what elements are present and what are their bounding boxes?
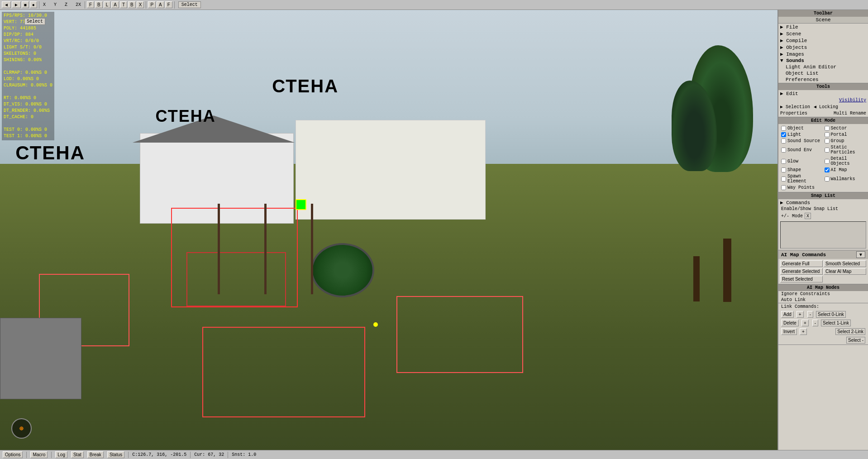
- viewport[interactable]: СТЕНА СТЕНА СТЕНА: [0, 10, 777, 450]
- tools-title: Tools: [778, 83, 868, 90]
- cb-sound-env-input[interactable]: [781, 148, 786, 153]
- cb-object-input[interactable]: [781, 126, 786, 131]
- btn-reset-selected[interactable]: Reset Selected: [780, 276, 823, 282]
- cb-static-particles[interactable]: Static Particles: [824, 144, 867, 155]
- cb-detail-objects[interactable]: Detail Objects: [824, 156, 867, 167]
- status-macro-btn[interactable]: Macro: [30, 451, 48, 458]
- menu-preferences[interactable]: Preferences: [778, 76, 868, 83]
- cb-static-particles-input[interactable]: [825, 148, 830, 153]
- link-commands-label-row: Link Commands:: [778, 303, 868, 310]
- cb-sector-label: Sector: [831, 126, 847, 131]
- cb-shape-input[interactable]: [781, 167, 786, 172]
- status-break-btn[interactable]: Break: [87, 451, 104, 458]
- toolbar-btn-x[interactable]: X: [137, 1, 144, 8]
- cb-spawn-element-input[interactable]: [781, 177, 786, 182]
- btn-minus-add[interactable]: -: [807, 311, 813, 318]
- cb-portal-input[interactable]: [825, 132, 830, 137]
- mode-x-btn[interactable]: X: [805, 213, 811, 219]
- selection-label[interactable]: ▶ Selection: [780, 104, 810, 110]
- ai-map-dropdown-btn[interactable]: ▼: [856, 251, 865, 258]
- cmd-ignore-constraints[interactable]: Ignore Constraints: [778, 291, 868, 297]
- btn-plus-delete[interactable]: +: [801, 320, 809, 326]
- toolbar-btn-a2[interactable]: A: [157, 1, 164, 8]
- menu-sounds[interactable]: ▼ Sounds: [778, 57, 868, 64]
- btn-smooth-selected[interactable]: Smooth Selected: [824, 260, 866, 267]
- menu-scene[interactable]: ▶ Scene: [778, 30, 868, 37]
- menu-file[interactable]: ▶ File: [778, 24, 868, 30]
- btn-generate-selected[interactable]: Generate Selected: [780, 268, 823, 275]
- cb-group-input[interactable]: [825, 139, 830, 143]
- cb-glow[interactable]: Glow: [780, 156, 823, 167]
- btn-plus-add[interactable]: +: [796, 311, 804, 318]
- cb-light-input[interactable]: [781, 132, 786, 137]
- menu-commands[interactable]: ▶ Commands: [778, 199, 868, 206]
- btn-generate-full[interactable]: Generate Full: [780, 260, 823, 267]
- status-stat-btn[interactable]: Stat: [71, 451, 84, 458]
- toolbar-btn-b2[interactable]: B: [128, 1, 136, 8]
- toolbar-btn-a[interactable]: A: [111, 1, 119, 8]
- cb-spawn-element[interactable]: Spawn Element: [780, 173, 823, 184]
- toolbar-btn-f[interactable]: F: [87, 1, 94, 8]
- cb-sound-env-label: Sound Env: [787, 148, 812, 153]
- toolbar-btn-record[interactable]: ●: [30, 1, 37, 8]
- toolbar-btn-arrow-left[interactable]: ◄: [2, 1, 11, 8]
- cb-portal[interactable]: Portal: [824, 132, 867, 138]
- cb-sound-source[interactable]: Sound Source: [780, 138, 823, 144]
- cb-group[interactable]: Group: [824, 138, 867, 144]
- btn-plus-invert[interactable]: +: [800, 328, 807, 335]
- cb-glow-input[interactable]: [781, 159, 786, 164]
- status-status-btn[interactable]: Status: [107, 451, 124, 458]
- cb-wallmarks[interactable]: Wallmarks: [824, 173, 867, 184]
- cb-sound-env[interactable]: Sound Env: [780, 144, 823, 155]
- toolbar-btn-t[interactable]: T: [120, 1, 127, 8]
- toolbar-btn-stop[interactable]: ■: [22, 1, 29, 8]
- red-outline-bottom: [202, 327, 365, 417]
- stat-vrt: VRT/RC: 0/0/0: [4, 38, 52, 44]
- toolbar-btn-f2[interactable]: F: [165, 1, 172, 8]
- locking-label[interactable]: ◀ Locking: [814, 104, 838, 110]
- menu-images[interactable]: ▶ Images: [778, 51, 868, 57]
- cb-sector-input[interactable]: [825, 126, 830, 131]
- visibility-link[interactable]: Visibility: [839, 98, 866, 103]
- btn-invert[interactable]: Invert: [781, 328, 797, 335]
- btn-select-1-link[interactable]: Select 1-Link: [821, 320, 851, 326]
- tree-1-trunk: [723, 239, 731, 302]
- btn-select-2-link[interactable]: Select 2-Link: [835, 328, 865, 335]
- toolbar-btn-b[interactable]: B: [95, 1, 103, 8]
- multi-rename-label[interactable]: Multi Rename: [834, 111, 866, 116]
- cb-sector[interactable]: Sector: [824, 125, 867, 131]
- toolbar-btn-p[interactable]: P: [148, 1, 156, 8]
- stat-clrmap: CLRMAP: 0.00%S 0: [4, 70, 52, 76]
- properties-label[interactable]: Properties: [780, 111, 807, 116]
- menu-objects[interactable]: ▶ Objects: [778, 44, 868, 51]
- cb-light[interactable]: Light: [780, 132, 823, 138]
- cb-object[interactable]: Object: [780, 125, 823, 131]
- cb-ai-map[interactable]: AI Map: [824, 167, 867, 173]
- toolbar-btn-arrow-right[interactable]: ►: [12, 1, 21, 8]
- cb-way-points[interactable]: Way Points: [780, 185, 823, 191]
- panel-section-snap: Snap List ▶ Commands Enable/Show Snap Li…: [778, 192, 868, 250]
- cb-ai-map-input[interactable]: [825, 167, 830, 172]
- btn-select-0-link[interactable]: Select 0-Link: [816, 311, 846, 318]
- btn-select-dash[interactable]: Select -: [846, 337, 865, 344]
- cb-way-points-input[interactable]: [781, 185, 786, 190]
- btn-clear-ai-map[interactable]: Clear Al Map: [824, 268, 866, 275]
- cb-shape[interactable]: Shape: [780, 167, 823, 173]
- cb-sound-source-input[interactable]: [781, 139, 786, 143]
- btn-add[interactable]: Add: [781, 311, 794, 318]
- menu-object-list[interactable]: Object List: [778, 70, 868, 76]
- status-log-btn[interactable]: Log: [55, 451, 67, 458]
- tree-2-trunk: [693, 256, 700, 301]
- btn-delete[interactable]: Delete: [781, 320, 799, 326]
- toolbar-btn-l[interactable]: L: [104, 1, 111, 8]
- cmd-enable-show-snap[interactable]: Enable/Show Snap List: [778, 206, 868, 212]
- status-options-btn[interactable]: Options: [3, 451, 23, 458]
- menu-edit[interactable]: ▶ Edit: [778, 90, 868, 97]
- cb-detail-objects-input[interactable]: [825, 159, 830, 164]
- stats-overlay: FPS/RPS: 10/30.0 VERT: 77 POLY: 441885 D…: [2, 12, 54, 140]
- cb-wallmarks-input[interactable]: [825, 177, 830, 182]
- btn-minus-delete[interactable]: -: [812, 320, 818, 326]
- menu-light-anim[interactable]: Light Anim Editor: [778, 64, 868, 70]
- cmd-auto-link[interactable]: Auto Link: [778, 297, 868, 303]
- menu-compile[interactable]: ▶ Compile: [778, 37, 868, 44]
